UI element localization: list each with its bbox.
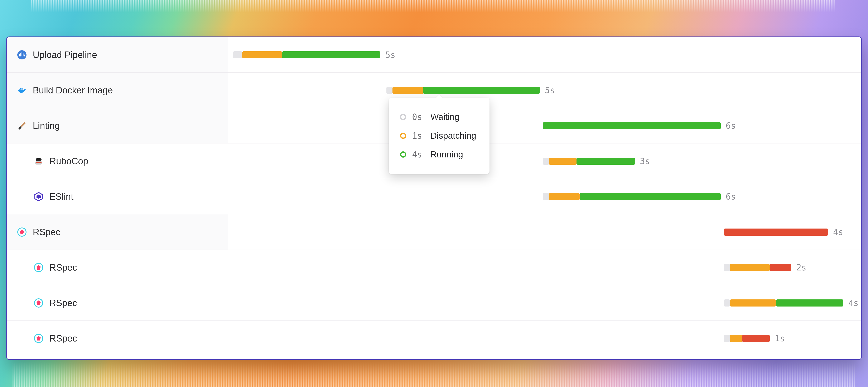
duration-label: 1s (775, 334, 785, 343)
svg-rect-8 (22, 90, 23, 91)
rspec-gem-icon (34, 298, 43, 308)
timeline-bar[interactable] (233, 229, 828, 236)
svg-rect-11 (36, 158, 41, 161)
segment-failed (770, 264, 792, 271)
segment-dispatching (549, 193, 580, 200)
eslint-hex-icon (34, 192, 43, 202)
step-row-rspec-group[interactable]: RSpec (7, 214, 228, 250)
tooltip-row-running: 4s Running (400, 145, 476, 164)
step-row-eslint[interactable]: ESlint (7, 179, 228, 214)
step-label: Linting (33, 121, 60, 131)
segment-running (282, 51, 380, 58)
step-row-upload-pipeline[interactable]: Upload Pipeline (7, 37, 228, 72)
timeline-bar[interactable] (233, 193, 721, 200)
tooltip-duration: 4s (412, 150, 425, 159)
segment-dispatching (730, 264, 770, 271)
step-label: ESlint (50, 191, 73, 202)
segment-running (776, 299, 843, 307)
segment-running (423, 87, 540, 94)
rspec-gem-icon (34, 262, 43, 272)
step-label: RSpec (50, 262, 77, 273)
timeline-bar[interactable] (233, 335, 770, 342)
paintbrush-icon (17, 121, 27, 131)
svg-marker-21 (36, 300, 41, 305)
svg-rect-13 (36, 162, 41, 163)
timeline-bar[interactable] (233, 87, 540, 94)
svg-marker-17 (20, 230, 24, 234)
tooltip-row-dispatching: 1s Dispatching (400, 126, 476, 145)
segment-running (580, 193, 721, 200)
duration-label: 4s (848, 298, 859, 308)
duration-label: 3s (640, 156, 650, 166)
legend-dot-dispatching-icon (400, 133, 406, 139)
step-row-rspec-2[interactable]: RSpec (7, 285, 228, 321)
step-row-rspec-1[interactable]: RSpec (7, 250, 228, 285)
svg-rect-9 (20, 88, 21, 89)
step-row-linting-group[interactable]: Linting (7, 108, 228, 143)
tooltip-duration: 1s (412, 131, 425, 140)
tooltip-row-waiting: 0s Waiting (400, 107, 476, 126)
segment-waiting (724, 299, 730, 307)
step-label: RuboCop (50, 156, 88, 166)
timeline-chart: 5s 5s 6s 3s 6s 4s 2s 4s 1s 0s Waiting 1s… (228, 37, 862, 359)
segment-dispatching (730, 299, 776, 307)
timeline-row[interactable]: 6s (228, 108, 862, 143)
duration-label: 2s (796, 263, 806, 272)
step-label: RSpec (33, 227, 60, 237)
timeline-bar[interactable] (233, 299, 843, 307)
signal-circle-icon (17, 50, 27, 60)
decorative-fringe-bottom (12, 362, 856, 387)
step-row-rspec-3[interactable]: RSpec (7, 321, 228, 356)
segment-waiting (724, 335, 730, 342)
timeline-row[interactable]: 5s (228, 37, 862, 72)
rspec-gem-icon (17, 227, 27, 237)
segment-dispatching (730, 335, 742, 342)
step-label: RSpec (50, 298, 77, 308)
duration-label: 5s (545, 86, 555, 95)
duration-label: 4s (833, 227, 843, 237)
segment-waiting (543, 193, 549, 200)
segment-dispatching (393, 87, 423, 94)
legend-dot-waiting-icon (400, 114, 406, 120)
legend-dot-running-icon (400, 151, 406, 158)
timeline-bar[interactable] (233, 264, 791, 271)
segment-waiting (233, 51, 242, 58)
timeline-row[interactable]: 5s (228, 72, 862, 108)
svg-marker-23 (36, 336, 41, 341)
timeline-row[interactable]: 4s (228, 214, 862, 250)
svg-rect-7 (20, 90, 21, 91)
tooltip-label: Waiting (430, 112, 460, 122)
timeline-row[interactable]: 1s (228, 321, 862, 356)
duration-label: 6s (726, 192, 736, 201)
rspec-gem-icon (34, 333, 43, 344)
step-list-sidebar: Upload Pipeline Build Docker Image Linti… (7, 37, 228, 359)
timeline-row[interactable]: 2s (228, 250, 862, 285)
segment-dispatching (242, 51, 282, 58)
pipeline-timeline-panel: Upload Pipeline Build Docker Image Linti… (6, 36, 862, 360)
docker-whale-icon (17, 85, 27, 95)
segment-running (543, 122, 721, 129)
segment-failed (724, 229, 828, 236)
timeline-row[interactable]: 6s (228, 179, 862, 214)
decorative-fringe-top (31, 0, 835, 12)
segment-failed (742, 335, 770, 342)
svg-rect-10 (22, 88, 23, 89)
timeline-row[interactable]: 3s (228, 143, 862, 179)
duration-label: 5s (385, 50, 395, 60)
step-label: Upload Pipeline (33, 50, 97, 60)
segment-waiting (543, 158, 549, 165)
timeline-bar[interactable] (233, 51, 380, 58)
step-row-rubocop[interactable]: RuboCop (7, 143, 228, 179)
segment-running (577, 158, 635, 165)
timeline-row[interactable]: 4s (228, 285, 862, 321)
tooltip-label: Dispatching (430, 131, 476, 141)
segment-waiting (724, 264, 730, 271)
duration-label: 6s (726, 121, 736, 131)
svg-rect-6 (19, 90, 20, 91)
tooltip-duration: 0s (412, 112, 425, 122)
step-label: RSpec (50, 333, 77, 344)
step-label: Build Docker Image (33, 85, 113, 96)
step-row-build-docker[interactable]: Build Docker Image (7, 72, 228, 108)
segment-dispatching (549, 158, 577, 165)
svg-marker-15 (36, 195, 41, 199)
